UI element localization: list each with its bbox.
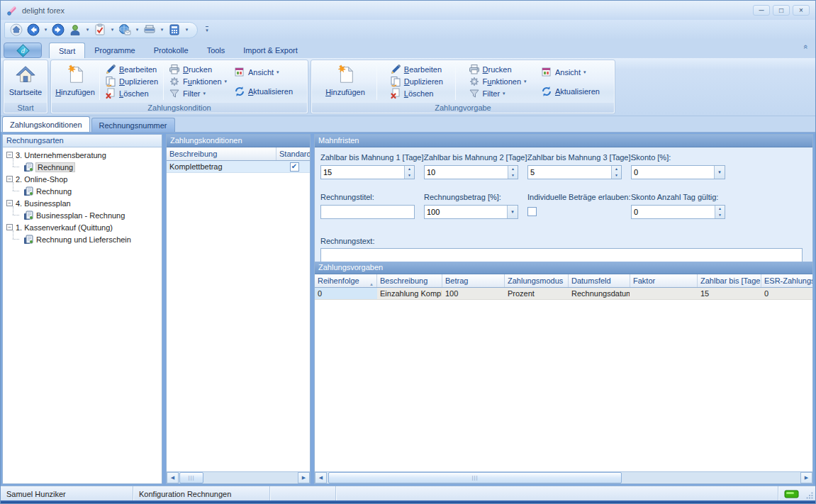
tasks-button[interactable] [92,23,108,37]
delete-button[interactable]: Löschen [388,88,445,100]
resize-grip[interactable] [804,486,815,502]
print-button[interactable]: Drucken [167,63,229,75]
mail-button[interactable] [117,23,133,37]
tasks-dropdown-arrow[interactable]: ▾ [109,27,116,33]
add-button[interactable]: Hinzufügen [52,61,98,102]
tree-leaf[interactable]: Rechnung [3,161,162,173]
device-dropdown-arrow[interactable]: ▾ [159,27,165,33]
functions-button[interactable]: Funktionen ▾ [167,75,229,87]
column-header[interactable]: Datumsfeld [569,274,630,287]
filter-button[interactable]: Filter ▾ [466,88,529,100]
table-row[interactable]: Komplettbetrag ✔ [167,161,310,173]
calculator-dropdown-arrow[interactable]: ▾ [184,27,190,33]
forward-button[interactable] [50,23,66,37]
tree-leaf[interactable]: Businessplan - Rechnung [3,209,162,221]
ribbon-tab-start[interactable]: Start [49,43,85,58]
tree-leaf[interactable]: Rechnung und Lieferschein [3,233,162,245]
column-header[interactable]: Zahlungsmodus [505,274,569,287]
horizontal-scrollbar[interactable]: ◀ ▶ [315,471,812,483]
ribbon-tab-protokolle[interactable]: Protokolle [145,43,198,58]
tree-node[interactable]: − 2. Online-Shop [3,173,162,185]
tab-rechnungsnummer[interactable]: Rechnungsnummer [91,118,175,132]
tree-collapse-toggle[interactable]: − [6,152,13,158]
startseite-button[interactable]: Startseite [5,61,46,102]
skonto-tage-spinner[interactable]: ▲▼ [631,205,725,219]
column-header[interactable]: Reihenfolge ▲ [315,274,377,287]
user-button[interactable] [67,23,83,37]
collapse-ribbon-button[interactable]: « [802,45,810,49]
rechnungstitel-field[interactable] [320,205,415,219]
filter-button[interactable]: Filter ▾ [167,88,229,100]
table-row[interactable]: 0 Einzahlung Komplett 100 Prozent Rechnu… [315,288,812,300]
column-header[interactable]: Faktor [630,274,698,287]
column-header[interactable]: Zahlbar bis [Tage ab [698,274,761,287]
skonto-tage-input[interactable] [632,206,715,218]
refresh-button[interactable]: Aktualisieren [232,85,295,98]
rechnungsbetrag-dropdown[interactable]: ▾ [424,205,518,219]
dropdown-button[interactable]: ▾ [507,206,518,218]
view-button[interactable]: Ansicht ▾ [539,66,602,79]
skonto-input[interactable] [632,166,714,179]
tree-collapse-toggle[interactable]: − [6,224,13,230]
horizontal-scrollbar[interactable]: ◀ ▶ [167,471,310,483]
close-button[interactable]: × [793,5,810,16]
standard-checkbox[interactable]: ✔ [290,162,299,172]
minimize-button[interactable]: ─ [753,5,770,16]
edit-button[interactable]: Bearbeiten [388,63,445,75]
application-button[interactable]: d [4,43,42,58]
scroll-left-button[interactable]: ◀ [315,472,327,483]
spin-buttons[interactable]: ▲▼ [508,166,518,179]
ribbon-tab-programme[interactable]: Programme [85,43,144,58]
back-dropdown-arrow[interactable]: ▾ [43,27,49,33]
mahnung1-spinner[interactable]: ▲▼ [320,165,415,179]
column-header[interactable]: Standard [276,147,310,160]
qat-overflow-button[interactable]: ▾ [202,26,212,33]
spin-buttons[interactable]: ▲▼ [611,166,621,179]
rechnungstitel-input[interactable] [321,206,414,218]
device-button[interactable] [142,23,157,37]
home-button[interactable] [9,23,24,37]
spin-buttons[interactable]: ▲▼ [715,206,725,218]
mail-dropdown-arrow[interactable]: ▾ [134,27,140,33]
mahnung2-spinner[interactable]: ▲▼ [424,165,518,179]
skonto-dropdown[interactable]: ▾ [631,165,725,179]
rechnungsbetrag-input[interactable] [425,206,507,218]
scroll-right-button[interactable]: ▶ [800,472,812,483]
functions-button[interactable]: Funktionen ▾ [466,75,529,87]
scroll-right-button[interactable]: ▶ [298,472,310,483]
tree-node[interactable]: − 4. Businessplan [3,197,162,209]
mahnung1-input[interactable] [321,166,404,179]
back-button[interactable] [26,23,41,37]
user-dropdown-arrow[interactable]: ▾ [84,27,91,33]
duplicate-button[interactable]: Duplizieren [388,75,445,87]
scroll-thumb[interactable] [179,472,203,483]
spin-buttons[interactable]: ▲▼ [404,166,414,179]
tree-node[interactable]: − 1. Kassenverkauf (Quittung) [3,221,162,233]
edit-button[interactable]: Bearbeiten [103,63,160,75]
add-button[interactable]: Hinzufügen [323,61,368,102]
tree-node[interactable]: − 3. Unternehmensberatung [3,149,162,161]
view-button[interactable]: Ansicht ▾ [232,66,295,79]
column-header[interactable]: ESR-Zahlungsar [761,274,812,287]
delete-button[interactable]: Löschen [103,88,160,100]
column-header[interactable]: Beschreibung [167,147,276,160]
mahnung3-spinner[interactable]: ▲▼ [527,165,622,179]
scroll-left-button[interactable]: ◀ [167,472,179,483]
individuelle-betraege-checkbox[interactable] [527,207,537,216]
maximize-button[interactable]: □ [773,5,790,16]
column-header[interactable]: Betrag [442,274,505,287]
mahnung3-input[interactable] [528,166,611,179]
print-button[interactable]: Drucken [466,63,529,75]
scroll-track[interactable] [179,472,298,483]
scroll-thumb[interactable] [328,472,622,483]
calculator-button[interactable] [167,23,182,37]
ribbon-tab-tools[interactable]: Tools [198,43,235,58]
tree-collapse-toggle[interactable]: − [6,176,13,182]
tab-zahlungskonditionen[interactable]: Zahlungskonditionen [2,116,90,132]
scroll-track[interactable] [327,472,800,483]
dropdown-button[interactable]: ▾ [714,166,725,179]
refresh-button[interactable]: Aktualisieren [539,85,602,98]
duplicate-button[interactable]: Duplizieren [103,75,160,87]
mahnung2-input[interactable] [425,166,508,179]
ribbon-tab-import-export[interactable]: Import & Export [234,43,306,58]
